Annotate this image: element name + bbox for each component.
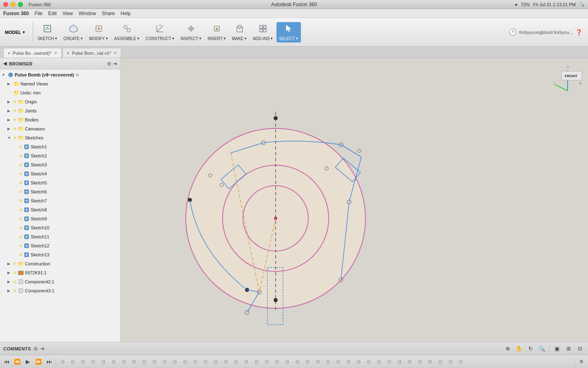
tl-step-15[interactable]: ⬡ [200, 357, 210, 367]
menu-fusion[interactable]: Fusion 360 [3, 11, 29, 16]
tl-step-4[interactable]: ⬡ [88, 357, 98, 367]
menu-share[interactable]: Share [102, 11, 115, 16]
construct-tool[interactable]: CONSTRUCT ▼ [143, 22, 178, 43]
snap-btn[interactable]: ⊕ [503, 344, 512, 354]
tl-step-26[interactable]: ⬡ [313, 357, 323, 367]
eye-s10[interactable]: 👁 [19, 226, 23, 230]
assemble-tool[interactable]: ASSEMBLE ▼ [112, 22, 143, 43]
eye-5972k91[interactable]: 👁 [13, 271, 17, 275]
inspect-tool[interactable]: INSPECT ▼ [178, 22, 204, 43]
view-layout-btn[interactable]: ⊟ [575, 344, 585, 354]
tree-item-sketch1[interactable]: 👁Sketch1 [0, 142, 120, 151]
clock-icon[interactable]: 🕐 [509, 28, 517, 36]
tl-step-34[interactable]: ⬡ [394, 357, 404, 367]
eye-s13[interactable]: 👁 [19, 253, 23, 257]
timeline-start-btn[interactable]: ⏮ [2, 357, 11, 367]
maximize-button[interactable] [18, 2, 23, 7]
tree-item-sketch5[interactable]: 👁Sketch5 [0, 178, 120, 187]
canvas-inner[interactable]: Y Z X FRONT [120, 58, 588, 342]
tab-pulse-recovered[interactable]: ● Pulse Bo...overed)* ✕ [3, 48, 62, 58]
tl-step-32[interactable]: ⬡ [374, 357, 384, 367]
tl-step-31[interactable]: ⬡ [364, 357, 374, 367]
tree-item-sketch8[interactable]: 👁Sketch8 [0, 205, 120, 214]
make-tool[interactable]: MAKE ▼ [229, 22, 249, 43]
tree-item-sketch2[interactable]: 👁Sketch2 [0, 151, 120, 160]
eye-s1[interactable]: 👁 [19, 145, 23, 149]
pan-btn[interactable]: ✋ [514, 344, 524, 354]
tl-step-6[interactable]: ⬡ [109, 357, 118, 367]
eye-joints[interactable]: 👁 [13, 109, 17, 113]
timeline-end-btn[interactable]: ⏭ [44, 357, 54, 367]
tl-step-40[interactable]: ⬡ [456, 357, 466, 367]
comments-settings-icon[interactable]: ⊙ [33, 346, 38, 352]
tl-step-12[interactable]: ⬡ [170, 357, 180, 367]
tree-item-root[interactable]: ▼ Pulse Bomb (v9~recovered) ⚙ [0, 70, 120, 79]
grid-btn[interactable]: ⊞ [564, 344, 573, 354]
menu-edit[interactable]: Edit [48, 11, 57, 16]
tree-item-component3[interactable]: ▶ 👁 Component3:1 [0, 286, 120, 295]
tree-item-named-views[interactable]: ▶ 📁 Named Views [0, 79, 120, 88]
tl-step-20[interactable]: ⬡ [252, 357, 261, 367]
tl-step-33[interactable]: ⬡ [384, 357, 394, 367]
tree-item-construction[interactable]: ▶ 👁 📁 Construction [0, 259, 120, 268]
tree-item-sketch12[interactable]: 👁Sketch12 [0, 241, 120, 250]
tl-step-17[interactable]: ⬡ [221, 357, 231, 367]
eye-s12[interactable]: 👁 [19, 244, 23, 248]
menu-help[interactable]: Help [120, 11, 131, 16]
tree-item-joints[interactable]: ▶ 👁 📁 Joints [0, 106, 120, 115]
tree-settings-icon[interactable]: ⚙ [76, 73, 79, 77]
canvas-area[interactable]: Y Z X FRONT [120, 58, 588, 342]
tl-step-25[interactable]: ⬡ [303, 357, 312, 367]
tree-item-sketch6[interactable]: 👁Sketch6 [0, 187, 120, 196]
eye-construction[interactable]: 👁 [13, 262, 17, 266]
sidebar-expand-icon[interactable]: ⇥ [113, 61, 117, 67]
tl-step-11[interactable]: ⬡ [160, 357, 169, 367]
tl-step-28[interactable]: ⬡ [333, 357, 343, 367]
tl-step-16[interactable]: ⬡ [211, 357, 220, 367]
tree-item-bodies[interactable]: ▶ 👁 📁 Bodies [0, 115, 120, 124]
tl-step-8[interactable]: ⬡ [129, 357, 139, 367]
zoom-btn[interactable]: 🔍 [537, 344, 547, 354]
tl-step-14[interactable]: ⬡ [190, 357, 200, 367]
tl-step-29[interactable]: ⬡ [343, 357, 353, 367]
search-icon[interactable]: 🔍 [579, 2, 585, 7]
tl-step-30[interactable]: ⬡ [354, 357, 363, 367]
tree-item-component2[interactable]: ▶ 👁 Component2:1 [0, 277, 120, 286]
eye-bodies[interactable]: 👁 [13, 118, 17, 122]
sidebar-settings-icon[interactable]: ⊙ [107, 61, 111, 67]
sidebar-collapse-btn[interactable]: ◀ [3, 61, 7, 66]
close-button[interactable] [3, 2, 8, 7]
eye-canvases[interactable]: 👁 [13, 127, 17, 131]
tree-item-sketch7[interactable]: 👁Sketch7 [0, 196, 120, 205]
tl-step-37[interactable]: ⬡ [425, 357, 435, 367]
create-tool[interactable]: CREATE ▼ [61, 22, 86, 43]
tab-pulse-v1[interactable]: ● Pulse Bom...rial v1* ✕ [62, 48, 121, 58]
tl-step-23[interactable]: ⬡ [282, 357, 292, 367]
eye-sketches[interactable]: 👁 [13, 136, 17, 140]
tree-item-sketch11[interactable]: 👁Sketch11 [0, 232, 120, 241]
eye-s8[interactable]: 👁 [19, 208, 23, 212]
eye-comp3[interactable]: 👁 [13, 289, 17, 293]
eye-origin[interactable]: 👁 [13, 100, 17, 104]
minimize-button[interactable] [11, 2, 16, 7]
tl-step-3[interactable]: ⬡ [78, 357, 88, 367]
addins-tool[interactable]: ADD-INS ▼ [250, 22, 276, 43]
tl-step-5[interactable]: ⬡ [98, 357, 108, 367]
eye-s11[interactable]: 👁 [19, 235, 23, 239]
tl-step-27[interactable]: ⬡ [323, 357, 333, 367]
tree-item-sketch13[interactable]: 👁Sketch13 [0, 250, 120, 259]
help-icon[interactable]: ❓ [575, 29, 582, 36]
tl-settings-btn[interactable]: ⚙ [577, 357, 586, 367]
select-tool[interactable]: SELECT ▼ [276, 22, 301, 43]
tl-step-10[interactable]: ⬡ [149, 357, 159, 367]
modify-tool[interactable]: MODIFY ▼ [87, 22, 111, 43]
comments-expand-icon[interactable]: ⇥ [40, 346, 44, 352]
model-mode-button[interactable]: MODEL ▼ [2, 28, 28, 36]
tl-step-18[interactable]: ⬡ [231, 357, 241, 367]
tree-item-canvases[interactable]: ▶ 👁 📁 Canvases [0, 124, 120, 133]
eye-s3[interactable]: 👁 [19, 163, 23, 167]
tab-close-0[interactable]: ✕ [54, 51, 57, 55]
user-account[interactable]: Kirbyyoungblood Kirbyou... [519, 30, 573, 35]
tl-step-2[interactable]: ⬡ [68, 357, 78, 367]
tree-item-sketch9[interactable]: 👁Sketch9 [0, 214, 120, 223]
